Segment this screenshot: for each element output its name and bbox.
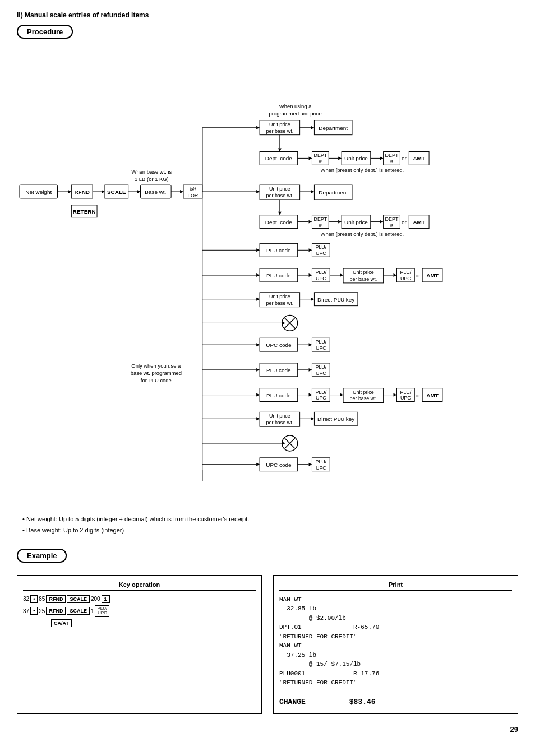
- svg-marker-90: [256, 248, 260, 252]
- svg-text:base wt. programmed: base wt. programmed: [131, 370, 182, 376]
- key-row-2: 37 • 25 RFND SCALE 1 PLU/UPC: [23, 605, 256, 618]
- svg-marker-108: [340, 273, 343, 277]
- svg-text:Unit price: Unit price: [269, 122, 290, 127]
- svg-marker-3: [68, 190, 71, 193]
- example-section: Key operation 32 • 85 RFND SCALE 200 1 3…: [17, 575, 518, 714]
- svg-text:UPC: UPC: [316, 251, 326, 256]
- rfnd-key-1[interactable]: RFND: [46, 595, 66, 603]
- svg-marker-171: [393, 393, 396, 397]
- svg-marker-152: [309, 368, 312, 372]
- svg-marker-59: [256, 190, 260, 193]
- svg-text:per base wt.: per base wt.: [266, 193, 294, 198]
- example-badge: Example: [17, 549, 67, 563]
- svg-text:#: #: [319, 222, 322, 228]
- svg-text:PLU/: PLU/: [315, 459, 326, 465]
- scale-key-2[interactable]: SCALE: [67, 607, 90, 615]
- svg-marker-41: [309, 156, 312, 160]
- svg-text:Department: Department: [319, 125, 348, 131]
- print-receipt: MAN WT 32.85 lb @ $2.00/lb DPT.O1 R-65.7…: [279, 595, 512, 708]
- svg-marker-64: [311, 190, 314, 193]
- svg-text:DEPT: DEPT: [385, 216, 399, 222]
- svg-text:1 LB (or 1 KG): 1 LB (or 1 KG): [135, 176, 169, 182]
- svg-text:AMT: AMT: [413, 155, 425, 161]
- svg-text:UPC: UPC: [316, 396, 326, 401]
- svg-text:PLU code: PLU code: [266, 247, 291, 253]
- svg-text:Unit price: Unit price: [269, 186, 290, 192]
- svg-text:When [preset only dept.] is en: When [preset only dept.] is entered.: [320, 231, 404, 237]
- svg-marker-179: [256, 417, 260, 420]
- svg-marker-193: [256, 463, 260, 466]
- svg-marker-28: [256, 126, 260, 129]
- svg-text:Unit price: Unit price: [344, 155, 368, 161]
- svg-marker-33: [311, 126, 314, 129]
- svg-text:UPC: UPC: [316, 345, 326, 351]
- svg-marker-81: [380, 220, 384, 224]
- svg-text:per base wt.: per base wt.: [266, 420, 294, 425]
- dot-key-1[interactable]: •: [30, 595, 38, 603]
- num-key-1[interactable]: 1: [102, 595, 110, 603]
- svg-text:PLU/: PLU/: [315, 364, 326, 370]
- svg-text:Direct PLU key: Direct PLU key: [317, 416, 354, 422]
- svg-text:UPC code: UPC code: [266, 462, 292, 468]
- svg-text:Unit price: Unit price: [353, 270, 374, 275]
- svg-marker-15: [180, 190, 183, 193]
- svg-text:SCALE: SCALE: [107, 189, 126, 195]
- svg-marker-46: [338, 156, 342, 160]
- svg-text:PLU/: PLU/: [315, 389, 326, 395]
- print-column: Print MAN WT 32.85 lb @ $2.00/lb DPT.O1 …: [273, 575, 518, 714]
- svg-marker-94: [309, 248, 312, 252]
- key-operation-column: Key operation 32 • 85 RFND SCALE 200 1 3…: [17, 575, 262, 714]
- svg-text:AMT: AMT: [413, 219, 425, 225]
- svg-text:PLU/: PLU/: [315, 244, 326, 250]
- svg-marker-7: [102, 190, 105, 193]
- svg-text:When using a: When using a: [279, 103, 312, 109]
- svg-text:PLU/: PLU/: [400, 270, 411, 275]
- svg-text:RETERN: RETERN: [73, 208, 96, 215]
- svg-text:FOR: FOR: [187, 193, 198, 198]
- svg-text:#: #: [319, 159, 322, 164]
- caat-key[interactable]: CA/AT: [51, 619, 72, 627]
- bullets-section: • Net weight: Up to 5 digits (integer + …: [17, 514, 518, 536]
- svg-text:or: or: [402, 155, 407, 161]
- diagram-area: .lbl { font-family: Arial, sans-serif; f…: [17, 45, 518, 505]
- svg-text:RFND: RFND: [74, 189, 90, 195]
- svg-text:PLU code: PLU code: [266, 392, 291, 398]
- page-number: 29: [17, 725, 518, 734]
- svg-marker-121: [256, 298, 260, 301]
- svg-text:Unit price: Unit price: [344, 219, 368, 225]
- svg-text:#: #: [390, 222, 393, 228]
- svg-text:for PLU code: for PLU code: [141, 377, 172, 383]
- svg-text:Dept. code: Dept. code: [265, 155, 292, 161]
- svg-marker-99: [256, 273, 260, 277]
- svg-marker-157: [256, 393, 260, 397]
- svg-text:#: #: [390, 159, 393, 164]
- svg-text:DEPT: DEPT: [385, 152, 399, 158]
- svg-marker-72: [309, 220, 312, 224]
- scale-key-1[interactable]: SCALE: [67, 595, 90, 603]
- svg-marker-148: [256, 368, 260, 372]
- svg-text:UPC: UPC: [316, 465, 326, 471]
- bullet-1: • Net weight: Up to 5 digits (integer + …: [22, 514, 518, 525]
- svg-text:Unit price: Unit price: [269, 294, 290, 299]
- plu-upc-key[interactable]: PLU/UPC: [95, 605, 109, 618]
- svg-text:per base wt.: per base wt.: [266, 300, 294, 306]
- bullet-2: • Base weight: Up to 2 digits (integer): [22, 525, 518, 536]
- svg-text:per base wt.: per base wt.: [350, 276, 377, 282]
- svg-text:PLU/: PLU/: [315, 339, 326, 345]
- svg-text:DEPT: DEPT: [313, 216, 327, 222]
- svg-marker-37: [278, 149, 282, 152]
- key-operation-header: Key operation: [23, 581, 256, 591]
- key-row-1: 32 • 85 RFND SCALE 200 1: [23, 595, 256, 603]
- rfnd-key-2[interactable]: RFND: [46, 607, 66, 615]
- svg-text:When [preset only dept.] is en: When [preset only dept.] is entered.: [320, 167, 404, 173]
- svg-text:Only when you use a: Only when you use a: [131, 363, 181, 369]
- svg-text:AMT: AMT: [426, 392, 439, 398]
- svg-text:programmed unit price: programmed unit price: [269, 110, 322, 117]
- svg-marker-139: [309, 343, 312, 346]
- svg-marker-68: [278, 212, 282, 215]
- svg-marker-11: [137, 190, 141, 193]
- svg-marker-161: [309, 393, 312, 397]
- svg-text:AMT: AMT: [426, 272, 439, 279]
- dot-key-2[interactable]: •: [30, 607, 38, 615]
- svg-text:Unit price: Unit price: [269, 413, 290, 419]
